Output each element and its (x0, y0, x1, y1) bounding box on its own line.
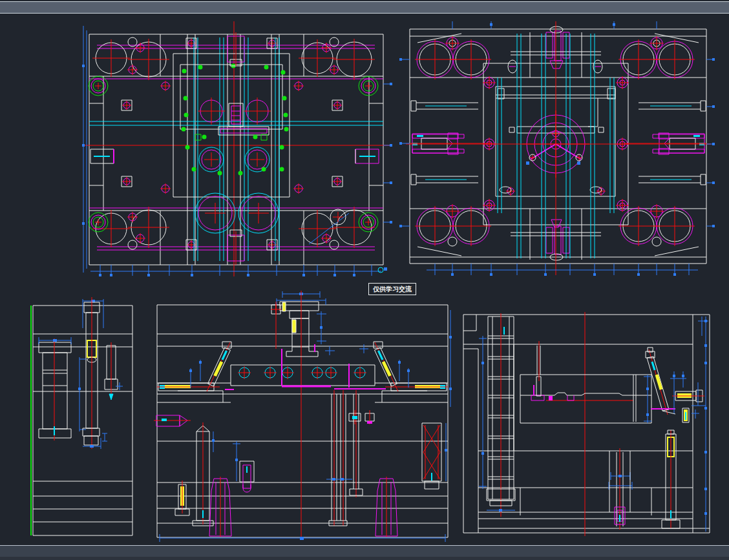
view-section-right (463, 312, 710, 536)
bottom-statusbar-shadow (0, 557, 729, 560)
view-plan-moving-half (82, 21, 392, 276)
bottom-chrome (0, 545, 729, 560)
view-section-main (154, 291, 452, 542)
view-plan-fixed-half (399, 21, 715, 276)
view-section-left (31, 297, 132, 535)
bottom-statusbar-strip (0, 545, 729, 557)
watermark-label: 仅供学习交流 (368, 283, 416, 295)
cad-drawing-canvas[interactable] (0, 0, 729, 560)
